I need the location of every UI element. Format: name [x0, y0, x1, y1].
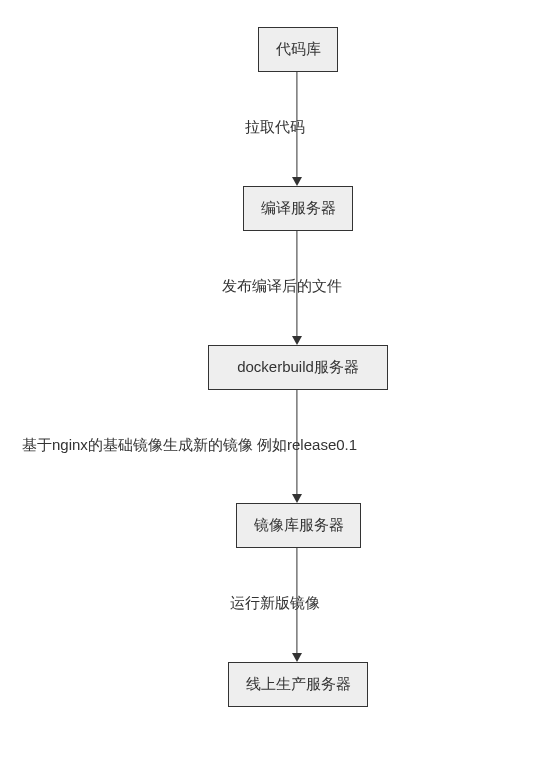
node-image-repo-server: 镜像库服务器	[236, 503, 361, 548]
edge-label-publish-compiled: 发布编译后的文件	[222, 277, 342, 296]
node-label: 编译服务器	[261, 199, 336, 218]
edge-text: 基于nginx的基础镜像生成新的镜像 例如release0.1	[22, 436, 357, 453]
node-label: 镜像库服务器	[254, 516, 344, 535]
arrow-head-3	[292, 494, 302, 503]
edge-text: 拉取代码	[245, 118, 305, 135]
node-label: dockerbuild服务器	[237, 358, 359, 377]
flowchart-container: 代码库 拉取代码 编译服务器 发布编译后的文件 dockerbuild服务器 基…	[0, 0, 553, 770]
edge-text: 运行新版镜像	[230, 594, 320, 611]
edge-label-build-image: 基于nginx的基础镜像生成新的镜像 例如release0.1	[22, 436, 357, 455]
edge-label-run-new-image: 运行新版镜像	[230, 594, 320, 613]
node-label: 线上生产服务器	[246, 675, 351, 694]
edge-text: 发布编译后的文件	[222, 277, 342, 294]
edge-label-pull-code: 拉取代码	[245, 118, 305, 137]
arrow-head-2	[292, 336, 302, 345]
arrow-head-1	[292, 177, 302, 186]
node-label: 代码库	[276, 40, 321, 59]
arrow-head-4	[292, 653, 302, 662]
node-dockerbuild-server: dockerbuild服务器	[208, 345, 388, 390]
node-production-server: 线上生产服务器	[228, 662, 368, 707]
node-code-repo: 代码库	[258, 27, 338, 72]
node-compile-server: 编译服务器	[243, 186, 353, 231]
